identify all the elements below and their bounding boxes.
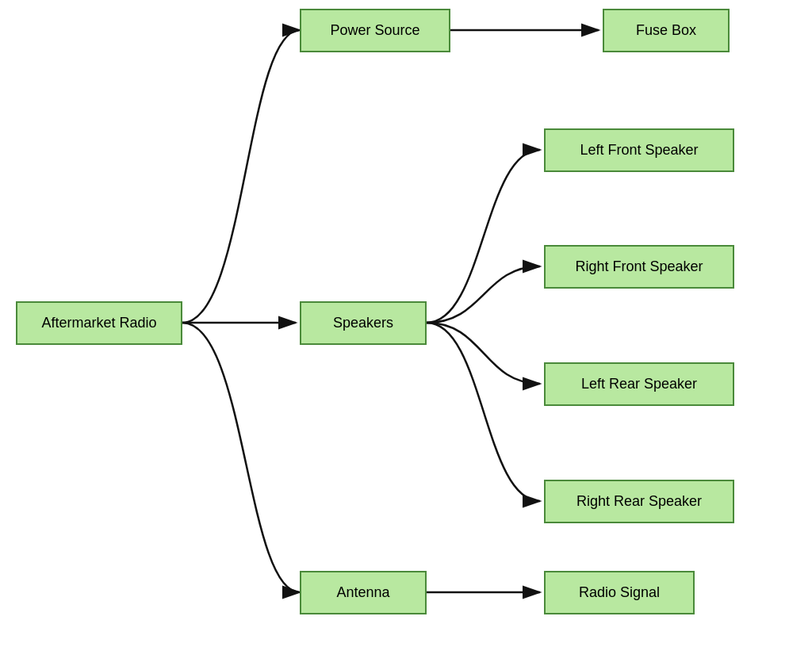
right-front-speaker-node: Right Front Speaker <box>544 245 734 289</box>
aftermarket-radio-node: Aftermarket Radio <box>16 301 182 345</box>
diagram-container: Aftermarket Radio Power Source Fuse Box … <box>0 0 812 666</box>
power-source-node: Power Source <box>300 9 450 52</box>
fuse-box-node: Fuse Box <box>603 9 730 52</box>
radio-signal-node: Radio Signal <box>544 571 695 614</box>
left-rear-speaker-node: Left Rear Speaker <box>544 362 734 406</box>
right-rear-speaker-node: Right Rear Speaker <box>544 480 734 523</box>
left-front-speaker-node: Left Front Speaker <box>544 128 734 172</box>
speakers-node: Speakers <box>300 301 427 345</box>
antenna-node: Antenna <box>300 571 427 614</box>
